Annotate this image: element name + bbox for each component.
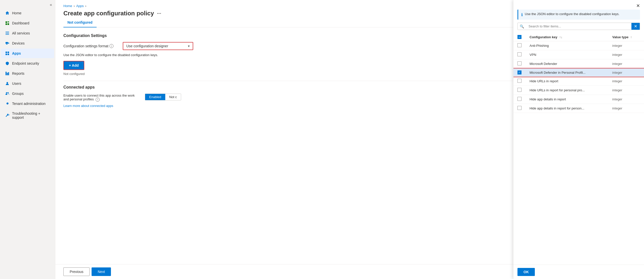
users-icon — [5, 81, 10, 86]
value-type-sort-icon[interactable]: ↑ — [630, 35, 632, 39]
svg-rect-5 — [6, 32, 9, 32]
row-value-type: integer — [608, 86, 644, 95]
toggle-group: Enabled Not c — [145, 94, 181, 100]
devices-icon — [5, 41, 10, 46]
row-checkbox[interactable] — [517, 106, 521, 110]
sidebar-label-groups: Groups — [12, 92, 24, 96]
add-button[interactable]: + Add — [63, 61, 84, 70]
table-row[interactable]: Anti-Phishinginteger — [513, 41, 644, 50]
breadcrumb-home[interactable]: Home — [63, 4, 72, 8]
svg-rect-14 — [8, 54, 9, 55]
search-clear-button[interactable]: ✕ — [631, 23, 640, 30]
sidebar-item-apps[interactable]: Apps — [1, 49, 54, 58]
sidebar-item-all-services[interactable]: All services — [1, 28, 54, 38]
toggle-enabled[interactable]: Enabled — [145, 94, 165, 100]
search-icon: 🔍 — [518, 23, 526, 29]
sort-arrows-icon[interactable]: ↑↓ — [559, 35, 562, 39]
row-key-label: Microsoft Defender in Personal Profil... — [526, 68, 608, 77]
row-key-label: Anti-Phishing — [526, 41, 608, 50]
svg-point-18 — [7, 82, 8, 84]
learn-more-link[interactable]: Learn more about connected apps — [63, 104, 113, 108]
format-dropdown[interactable]: Use configuration designer ▾ — [123, 42, 193, 50]
sidebar-label-troubleshooting: Troubleshooting + support — [12, 111, 50, 119]
breadcrumb-sep1: › — [74, 4, 75, 8]
svg-rect-0 — [6, 21, 7, 23]
sidebar-item-devices[interactable]: Devices — [1, 38, 54, 48]
svg-rect-13 — [6, 54, 7, 55]
row-checkbox-cell — [513, 68, 526, 77]
connected-apps-info-icon[interactable]: i — [96, 98, 100, 102]
svg-rect-4 — [8, 23, 9, 25]
row-checkbox[interactable] — [517, 79, 521, 83]
table-header-checkbox-cell — [513, 33, 526, 41]
row-checkbox[interactable] — [517, 97, 521, 101]
panel-info-text: Use the JSON editor to configure the dis… — [525, 12, 620, 16]
toggle-not-configured[interactable]: Not c — [165, 94, 181, 100]
all-services-icon — [5, 31, 10, 35]
dropdown-chevron-icon: ▾ — [188, 44, 190, 48]
table-row[interactable]: Microsoft Defenderinteger — [513, 59, 644, 68]
table-row[interactable]: Hide URLs in reportinteger — [513, 77, 644, 86]
table-row[interactable]: VPNinteger — [513, 50, 644, 59]
sidebar-label-devices: Devices — [12, 41, 25, 45]
row-checkbox-cell — [513, 50, 526, 59]
svg-rect-6 — [6, 33, 9, 33]
svg-rect-8 — [6, 42, 8, 44]
row-key-label: Hide app details in report for person... — [526, 104, 608, 113]
reports-icon — [5, 71, 10, 76]
panel-ok-button[interactable]: OK — [517, 268, 535, 276]
page-title-menu[interactable]: ··· — [157, 11, 161, 16]
next-button[interactable]: Next — [92, 267, 111, 276]
row-value-type: integer — [608, 50, 644, 59]
sidebar-item-users[interactable]: Users — [1, 79, 54, 88]
panel-footer: OK — [513, 265, 644, 279]
table-row[interactable]: Hide app details in reportinteger — [513, 95, 644, 104]
row-value-type: integer — [608, 95, 644, 104]
table-row[interactable]: Hide app details in report for person...… — [513, 104, 644, 113]
sidebar-label-all-services: All services — [12, 31, 30, 35]
row-value-type: integer — [608, 104, 644, 113]
row-checkbox[interactable] — [517, 43, 521, 47]
svg-rect-11 — [6, 52, 7, 53]
sidebar-item-groups[interactable]: Groups — [1, 89, 54, 98]
previous-button[interactable]: Previous — [63, 267, 90, 276]
page-title: Create app configuration policy — [63, 10, 154, 17]
row-checkbox-cell — [513, 104, 526, 113]
sidebar-label-dashboard: Dashboard — [12, 21, 29, 25]
panel-close-button[interactable]: ✕ — [636, 3, 640, 9]
row-checkbox-cell — [513, 95, 526, 104]
collapse-icon[interactable]: « — [50, 3, 52, 7]
panel-search-bar: 🔍 ✕ — [517, 23, 640, 30]
wrench-icon — [5, 113, 10, 118]
sidebar-item-home[interactable]: Home — [1, 8, 54, 18]
sidebar-item-reports[interactable]: Reports — [1, 69, 54, 78]
apps-icon — [5, 51, 10, 56]
svg-point-19 — [6, 92, 7, 94]
sidebar-label-users: Users — [12, 82, 21, 86]
row-checkbox[interactable] — [517, 70, 521, 74]
svg-rect-16 — [7, 73, 8, 75]
table-row[interactable]: Hide URLs in report for personal pro...i… — [513, 86, 644, 95]
table-row[interactable]: Microsoft Defender in Personal Profil...… — [513, 68, 644, 77]
row-key-label: Hide app details in report — [526, 95, 608, 104]
panel-header: ✕ — [513, 0, 644, 10]
sidebar-item-tenant-admin[interactable]: Tenant administration — [1, 99, 54, 108]
sidebar-item-endpoint-security[interactable]: Endpoint security — [1, 59, 54, 68]
row-value-type: integer — [608, 68, 644, 77]
panel-info-icon: ℹ — [521, 12, 523, 17]
format-info-icon[interactable]: i — [109, 44, 113, 48]
tab-not-configured[interactable]: Not configured — [63, 18, 97, 27]
sidebar-item-troubleshooting[interactable]: Troubleshooting + support — [1, 109, 54, 122]
row-checkbox-cell — [513, 86, 526, 95]
row-key-label: VPN — [526, 50, 608, 59]
row-checkbox[interactable] — [517, 52, 521, 56]
row-checkbox[interactable] — [517, 88, 521, 92]
row-checkbox[interactable] — [517, 61, 521, 65]
sidebar-item-dashboard[interactable]: Dashboard — [1, 18, 54, 28]
sidebar-collapse-button[interactable]: « — [0, 0, 55, 8]
breadcrumb-apps[interactable]: Apps — [76, 4, 84, 8]
header-checkbox[interactable] — [517, 35, 521, 39]
search-input[interactable] — [526, 23, 631, 30]
svg-rect-2 — [8, 23, 9, 23]
svg-rect-1 — [8, 21, 9, 22]
